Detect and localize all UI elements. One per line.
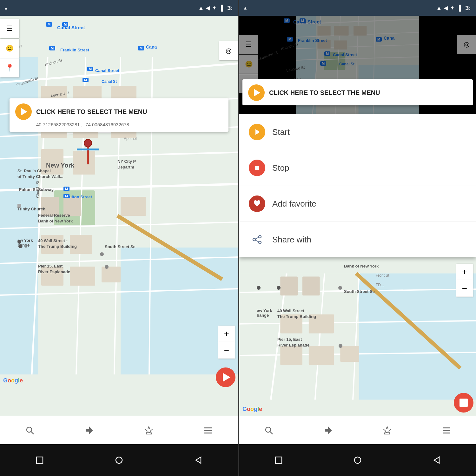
record-button-right[interactable] — [454, 393, 473, 413]
svg-line-86 — [270, 432, 273, 434]
svg-point-64 — [259, 235, 261, 238]
starred-nav-button-right[interactable] — [378, 421, 397, 440]
record-button-left[interactable] — [216, 367, 235, 387]
pier15-label-right: Pier 15, EastRiver Esplanade — [277, 337, 309, 348]
starred-nav-icon-right — [383, 426, 392, 435]
favorite-icon-circle — [249, 195, 265, 212]
directions-nav-icon-left — [85, 426, 94, 435]
status-icons-right: ▲ ◀ ✦ ▐ 3: — [436, 4, 471, 12]
menu-item-stop[interactable]: Stop — [239, 150, 476, 186]
poi-dot-3 — [18, 244, 22, 248]
android-circle-button-left[interactable] — [109, 451, 129, 470]
svg-rect-41 — [204, 433, 212, 433]
signal-icon-right: ◀ — [444, 4, 448, 11]
notification-icon: ▲ — [4, 5, 8, 10]
info-balloon-left[interactable]: CLICK HERE TO SELECT THE MENU 40.7126582… — [10, 98, 228, 132]
balloon-title-left: CLICK HERE TO SELECT THE MENU — [36, 108, 147, 116]
cana-label: Cana — [146, 44, 157, 50]
play-icon-right — [248, 84, 265, 101]
svg-rect-79 — [302, 277, 320, 296]
status-time-right: 3: — [465, 4, 471, 12]
metro-badge-4: M — [87, 67, 93, 71]
map-pin-left — [83, 142, 93, 164]
layers-button[interactable]: ☰ — [0, 19, 19, 38]
zoom-in-button-right[interactable]: + — [456, 264, 473, 280]
android-circle-icon-right — [353, 456, 362, 465]
search-nav-button-left[interactable] — [20, 421, 39, 440]
wifi-icon: ▲ — [198, 5, 204, 11]
wall-street-label: 40 Wall Street -The Trump Building — [38, 238, 77, 249]
svg-rect-93 — [443, 433, 450, 433]
svg-marker-36 — [145, 426, 153, 433]
stpauls-label: St. Paul's Chapelof Trinity Church Wall.… — [17, 168, 63, 180]
signal-icon: ◀ — [206, 4, 210, 11]
svg-rect-39 — [204, 427, 212, 428]
directions-nav-icon-right — [324, 426, 333, 435]
metro-badge-5: M — [83, 78, 89, 82]
fed-reserve-label: Federal ReserveBank of New York — [38, 213, 73, 224]
wifi-icon-right: ▲ — [436, 5, 442, 11]
south-street-label-right: South Street Se — [344, 289, 375, 294]
android-back-button-right[interactable] — [427, 451, 446, 470]
status-time-left: 3: — [227, 4, 233, 12]
start-icon-circle — [249, 124, 265, 140]
dropdown-menu: Start Stop Add favorite — [239, 114, 476, 257]
menu-nav-button-left[interactable] — [199, 421, 218, 440]
directions-nav-button-left[interactable] — [80, 421, 99, 440]
zoom-out-button-right[interactable]: − — [456, 280, 473, 297]
svg-rect-40 — [204, 430, 212, 431]
share-icon-circle — [249, 231, 265, 248]
poi-dot-1 — [17, 204, 21, 208]
search-nav-button-right[interactable] — [259, 421, 278, 440]
nycity-label: NY City PDepartm — [117, 159, 136, 170]
search-nav-icon-left — [25, 426, 34, 435]
menu-nav-icon-right — [442, 426, 451, 435]
menu-item-share[interactable]: Share with — [239, 222, 476, 257]
stop-icon-circle — [249, 160, 265, 176]
android-circle-button-right[interactable] — [348, 451, 367, 470]
svg-point-85 — [266, 427, 271, 432]
starred-nav-icon-left — [144, 426, 153, 435]
balloon-title-right: CLICK HERE TO SELECT THE MENU — [269, 89, 380, 96]
record-square-icon — [459, 399, 468, 407]
svg-rect-94 — [275, 457, 282, 463]
play-icon-left — [15, 103, 32, 120]
android-square-icon-right — [274, 456, 283, 465]
android-circle-icon-left — [115, 456, 123, 465]
zoom-in-button[interactable]: + — [218, 326, 235, 342]
map-svg-right-bottom — [239, 257, 476, 416]
info-balloon-right[interactable]: CLICK HERE TO SELECT THE MENU — [242, 79, 473, 105]
right-phone-panel: ▲ ▲ ◀ ✦ ▐ 3: — [239, 0, 476, 476]
face-button[interactable]: 😐 — [0, 39, 19, 58]
menu-item-start[interactable]: Start — [239, 114, 476, 150]
gps-button[interactable]: ◎ — [219, 41, 238, 60]
map-area-left[interactable]: Canal Street Franklin Street Canal Stree… — [0, 16, 238, 416]
google-logo-right: Google — [242, 406, 262, 413]
front-st-label-right: Front St — [376, 273, 389, 278]
starred-nav-button-left[interactable] — [139, 421, 158, 440]
fulton-street-metro: M — [63, 194, 69, 198]
android-back-button-left[interactable] — [189, 451, 208, 470]
menu-label-favorite: Add favorite — [272, 199, 316, 209]
menu-item-favorite[interactable]: Add favorite — [239, 186, 476, 222]
android-square-button-left[interactable] — [30, 451, 49, 470]
android-square-button-right[interactable] — [269, 451, 288, 470]
svg-rect-92 — [443, 430, 450, 431]
fulton-street-label: Fulton Street — [67, 195, 92, 199]
battery-icon: ▐ — [219, 5, 223, 11]
poi-dot-r1 — [257, 286, 261, 290]
android-back-icon-right — [432, 456, 441, 465]
directions-nav-button-right[interactable] — [319, 421, 338, 440]
svg-line-34 — [31, 432, 34, 434]
svg-rect-31 — [70, 267, 95, 286]
svg-marker-35 — [86, 426, 93, 434]
gps-icon: ◎ — [226, 47, 232, 55]
svg-marker-44 — [196, 457, 201, 463]
menu-nav-button-right[interactable] — [437, 421, 456, 440]
trinity-church-label: Trinity Church — [17, 206, 45, 212]
zoom-out-button[interactable]: − — [218, 342, 235, 359]
bottom-nav-right — [239, 416, 476, 444]
apoth-label: Apothel — [124, 136, 137, 141]
location-button[interactable]: 📍 — [0, 58, 19, 77]
new-york-label-right: ew Yorkhange — [257, 308, 272, 318]
